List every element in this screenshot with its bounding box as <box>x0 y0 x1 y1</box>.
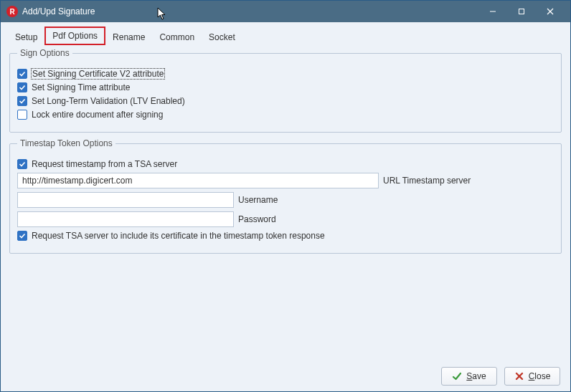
close-button[interactable]: Close <box>504 367 560 386</box>
tab-rename[interactable]: Rename <box>105 29 152 45</box>
tsa-password-input[interactable] <box>17 211 234 227</box>
check-icon <box>19 232 26 239</box>
lock-doc-checkbox[interactable] <box>17 110 27 120</box>
sign-time-checkbox[interactable] <box>17 82 27 92</box>
check-icon <box>19 97 26 105</box>
timestamp-options-legend: Timestap Token Options <box>17 138 115 148</box>
dialog-window: R Add/Upd Signature Setup Pdf Options Re… <box>0 0 571 392</box>
lock-doc-label: Lock entire document after signing <box>32 110 163 120</box>
sign-options-group: Sign Options Set Signing Certificate V2 … <box>9 48 562 133</box>
check-icon <box>19 70 26 77</box>
include-cert-checkbox[interactable] <box>17 231 27 241</box>
cert-v2-label: Set Signing Certificate V2 attribute <box>32 69 164 79</box>
tab-strip: Setup Pdf Options Rename Common Socket <box>1 22 570 45</box>
request-tsa-label: Request timestamp from a TSA server <box>32 159 177 169</box>
maximize-button[interactable] <box>507 1 536 22</box>
close-window-button[interactable] <box>536 1 565 22</box>
tab-common[interactable]: Common <box>152 29 202 45</box>
tsa-password-label: Password <box>238 214 276 224</box>
tsa-url-label: URL Timestamp server <box>383 176 471 186</box>
maximize-icon <box>518 8 525 15</box>
tab-pdf-options[interactable]: Pdf Options <box>44 27 105 45</box>
ltv-checkbox[interactable] <box>17 96 27 106</box>
client-area: Sign Options Set Signing Certificate V2 … <box>1 45 570 361</box>
close-button-label: Close <box>529 371 551 381</box>
titlebar: R Add/Upd Signature <box>1 1 570 22</box>
tab-setup[interactable]: Setup <box>8 29 44 45</box>
app-icon: R <box>6 6 18 17</box>
sign-time-label: Set Signing Time attribute <box>32 82 130 92</box>
request-tsa-checkbox[interactable] <box>17 159 27 169</box>
footer: Save Close <box>1 361 570 391</box>
tsa-username-input[interactable] <box>17 192 234 208</box>
check-icon <box>19 84 26 91</box>
close-icon <box>547 8 554 15</box>
timestamp-options-group: Timestap Token Options Request timestamp… <box>9 138 562 254</box>
ltv-label: Set Long-Term Validation (LTV Enabled) <box>32 96 185 106</box>
minimize-icon <box>489 8 496 15</box>
save-button-label: Save <box>466 371 486 381</box>
x-icon <box>514 371 524 381</box>
svg-rect-1 <box>519 9 524 14</box>
sign-options-legend: Sign Options <box>17 48 72 58</box>
window-title: Add/Upd Signature <box>22 6 95 16</box>
save-button[interactable]: Save <box>441 367 497 386</box>
tsa-url-input[interactable] <box>17 173 379 188</box>
tsa-username-label: Username <box>238 195 278 205</box>
minimize-button[interactable] <box>478 1 507 22</box>
empty-space <box>9 259 562 355</box>
cert-v2-checkbox[interactable] <box>17 69 27 79</box>
include-cert-label: Request TSA server to include its certif… <box>32 231 325 241</box>
checkmark-icon <box>452 371 462 381</box>
tab-socket[interactable]: Socket <box>202 29 242 45</box>
check-icon <box>19 161 26 168</box>
